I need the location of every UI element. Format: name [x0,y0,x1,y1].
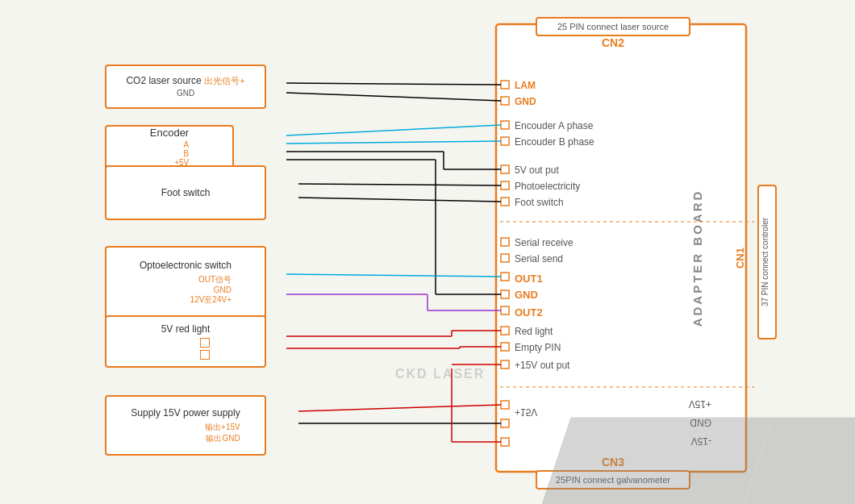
svg-rect-33 [501,306,509,314]
svg-text:Serial receive: Serial receive [515,237,573,248]
svg-text:Red light: Red light [515,326,553,337]
svg-text:ADAPTER BOARD: ADAPTER BOARD [690,190,704,327]
svg-text:GND: GND [515,289,538,301]
power-out-15v: 输出+15V [205,423,240,431]
opto-12v: 12V至24V+ [190,295,231,304]
svg-text:5V out put: 5V out put [515,165,559,176]
svg-text:37 PIN connect controler: 37 PIN connect controler [761,217,770,306]
svg-text:OUT1: OUT1 [515,273,543,285]
svg-line-51 [286,141,501,144]
svg-rect-15 [501,121,509,129]
svg-rect-11 [501,81,509,89]
svg-rect-19 [501,165,509,173]
opto-label: Optoelectronic switch [140,260,231,271]
svg-text:Encouder B phase: Encouder B phase [515,136,594,148]
opto-out: OUT信号 [198,275,231,284]
svg-rect-21 [501,181,509,190]
svg-rect-17 [501,137,509,145]
power-supply-box: Supply 15V power supply 输出+15V 输出GND [105,395,266,456]
svg-marker-77 [520,418,773,505]
svg-rect-25 [501,238,509,246]
svg-text:LAM: LAM [515,80,536,91]
red-light-label: 5V red light [161,323,211,335]
encoder-label: Encoder [150,127,189,139]
svg-rect-37 [501,343,509,351]
svg-text:Photoelectricity: Photoelectricity [515,181,580,192]
svg-text:CN2: CN2 [602,36,624,49]
svg-line-49 [286,93,501,101]
foot-switch-box: Foot switch [105,165,266,220]
svg-rect-23 [501,198,509,206]
svg-line-60 [286,274,501,277]
co2-gnd: GND [177,89,194,98]
power-out-gnd: 输出GND [206,434,240,443]
co2-label: CO2 laser source [126,75,201,86]
svg-text:GND: GND [515,96,536,107]
co2-laser-source-box: CO2 laser source 出光信号+ GND [105,65,266,109]
encoder-b: B [184,149,190,158]
watermark: CKD LASER [395,367,485,381]
svg-rect-13 [501,97,509,105]
foot-switch-label: Foot switch [161,187,211,198]
svg-text:Serial send: Serial send [515,253,563,264]
svg-line-59 [298,198,501,202]
red-light-box: 5V red light [105,315,266,368]
svg-text:Encouder A phase: Encouder A phase [515,120,594,131]
svg-line-48 [286,83,501,85]
encoder-a: A [184,140,190,149]
svg-rect-35 [501,327,509,335]
svg-text:Empty PIN: Empty PIN [515,342,561,353]
power-label: Supply 15V power supply [131,407,240,419]
opto-gnd: GND [214,285,231,294]
svg-rect-29 [501,273,509,281]
svg-line-58 [298,184,501,185]
opto-switch-box: Optoelectronic switch OUT信号 GND 12V至24V+ [105,246,266,319]
svg-text:Foot switch: Foot switch [515,197,564,208]
co2-chinese: 出光信号+ [204,76,244,85]
svg-rect-27 [501,254,509,262]
svg-text:25 PIN connect laser source: 25 PIN connect laser source [557,22,669,31]
svg-rect-31 [501,290,509,298]
svg-text:OUT2: OUT2 [515,306,543,319]
svg-line-50 [286,125,501,135]
svg-text:CN1: CN1 [734,248,746,269]
